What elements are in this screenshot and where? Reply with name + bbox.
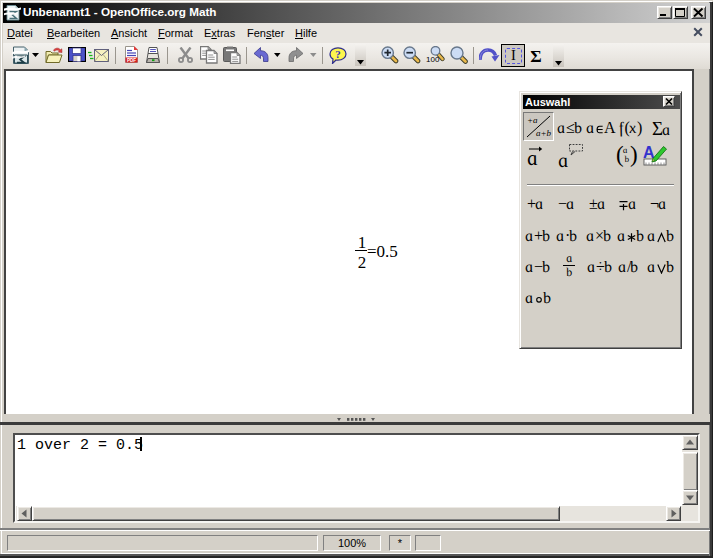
svg-text:?: ?	[335, 48, 341, 60]
svg-text:PDF: PDF	[127, 58, 136, 63]
svg-text:a+b: a+b	[536, 128, 552, 138]
svg-text:+a: +a	[527, 115, 538, 125]
svg-text:100: 100	[426, 55, 440, 64]
